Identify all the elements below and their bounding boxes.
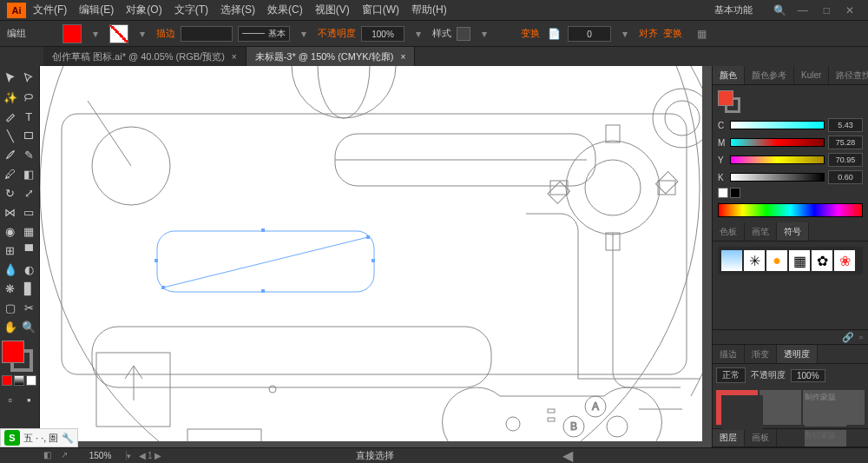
status-icon[interactable]: ◧ (43, 450, 57, 462)
menu-effect[interactable]: 效果(C) (262, 1, 308, 19)
artboard-tool[interactable]: ▢ (2, 299, 19, 316)
rotate-tool[interactable]: ↻ (2, 184, 19, 202)
cyan-value[interactable]: 5.43 (828, 118, 863, 132)
tab-artboards[interactable]: 画板 (745, 429, 777, 446)
menu-window[interactable]: 窗口(W) (357, 1, 404, 19)
magenta-value[interactable]: 75.28 (828, 136, 863, 149)
direct-selection-tool[interactable] (21, 69, 38, 87)
tab-swatches[interactable]: 色板 (713, 222, 745, 241)
opacity-label[interactable]: 不透明度 (318, 27, 356, 40)
menu-select[interactable]: 选择(S) (215, 1, 260, 19)
tab-symbols[interactable]: 符号 (777, 222, 809, 241)
width-tool[interactable]: ⋈ (2, 203, 19, 221)
cyan-slider[interactable] (730, 121, 825, 129)
symbol-item[interactable]: ● (766, 250, 787, 271)
blob-brush-tool[interactable]: 🖊 (2, 165, 19, 182)
panel-collapse-icon[interactable]: ▦ (693, 25, 710, 43)
blend-tool[interactable]: ◐ (21, 261, 38, 278)
panel-fill-swatch[interactable] (718, 90, 733, 106)
eyedropper-tool[interactable]: 💧 (2, 261, 19, 278)
type-tool[interactable]: T (21, 108, 38, 125)
ime-toolbar[interactable]: S 五 · ·, 圄 🔧 (0, 428, 78, 447)
tab-stroke[interactable]: 描边 (713, 345, 745, 363)
fill-swatch[interactable] (62, 24, 82, 43)
next-artboard-icon[interactable]: ▶ (155, 451, 161, 460)
transform-label[interactable]: 变换 (521, 27, 540, 40)
black-swatch-icon[interactable] (730, 188, 740, 198)
symbol-item[interactable]: ✳ (744, 250, 765, 271)
pen-tool[interactable] (2, 108, 19, 125)
symbol-item[interactable]: ❀ (834, 250, 855, 271)
stroke-swatch[interactable] (109, 24, 128, 43)
hand-tool[interactable]: ✋ (2, 318, 19, 335)
free-transform-tool[interactable]: ▭ (21, 203, 38, 221)
scale-tool[interactable]: ⤢ (21, 184, 38, 202)
lasso-tool[interactable] (21, 89, 38, 106)
black-value[interactable]: 0.60 (828, 170, 863, 184)
mesh-tool[interactable]: ⊞ (2, 241, 19, 259)
magenta-slider[interactable] (730, 138, 825, 147)
black-slider[interactable] (730, 173, 825, 182)
yellow-value[interactable]: 70.95 (828, 153, 863, 167)
eraser-tool[interactable]: ◧ (21, 165, 38, 182)
artboard[interactable]: A B (40, 66, 702, 441)
yellow-slider[interactable] (730, 155, 825, 164)
graph-tool[interactable]: ▊ (21, 280, 38, 297)
tab-layers[interactable]: 图层 (713, 429, 745, 446)
selection-tool[interactable] (2, 69, 19, 87)
close-tab-icon[interactable]: × (400, 52, 405, 62)
symbol-item[interactable]: ▦ (789, 250, 810, 271)
none-mode-icon[interactable] (26, 375, 36, 386)
panel-opacity-input[interactable]: 100% (791, 369, 825, 382)
shape-builder-tool[interactable]: ◉ (2, 222, 19, 240)
tab-pathfinder[interactable]: 路径查找器 (829, 66, 868, 84)
tab-kuler[interactable]: Kuler (794, 66, 829, 84)
canvas-area[interactable]: A B (40, 66, 712, 447)
fill-dropdown-icon[interactable]: ▾ (87, 25, 104, 43)
doc-tab-1[interactable]: 创作草稿 图标.ai* @ 40.05% (RGB/预览)× (43, 47, 247, 66)
menu-help[interactable]: 帮助(H) (406, 1, 452, 19)
tab-color-guide[interactable]: 颜色参考 (745, 66, 794, 84)
zoom-level[interactable]: 150% (75, 451, 127, 460)
line-tool[interactable]: ╲ (2, 127, 19, 144)
magic-wand-tool[interactable]: ✨ (2, 89, 19, 106)
workspace-switcher[interactable]: 基本功能 (697, 3, 770, 17)
mask-thumbnail[interactable] (760, 390, 801, 425)
symbol-item[interactable] (721, 250, 742, 271)
rectangle-tool[interactable] (21, 127, 38, 144)
minimize-icon[interactable]: — (791, 4, 815, 17)
color-mode-icon[interactable] (2, 375, 12, 386)
menu-view[interactable]: 视图(V) (310, 1, 355, 19)
screen-mode-full-icon[interactable]: ▪ (21, 391, 38, 408)
white-swatch-icon[interactable] (718, 188, 728, 198)
spectrum-picker[interactable] (718, 203, 863, 217)
link-icon[interactable]: 🔗 (842, 332, 854, 343)
stroke-label[interactable]: 描边 (156, 27, 175, 40)
new-icon[interactable]: ▫ (859, 332, 863, 342)
blend-mode-select[interactable]: 正常 (716, 367, 746, 383)
prev-artboard-icon[interactable]: ◀ (139, 451, 146, 460)
slice-tool[interactable]: ✂ (21, 299, 38, 316)
symbol-item[interactable]: ✿ (812, 250, 832, 271)
search-icon[interactable]: 🔍 (772, 2, 789, 19)
align-label-2[interactable]: 变换 (663, 27, 682, 40)
status-icon[interactable]: ↗ (61, 450, 75, 462)
tab-brushes[interactable]: 画笔 (745, 222, 777, 241)
fill-stroke-indicator[interactable] (2, 341, 33, 372)
gradient-tool[interactable]: ▀ (21, 241, 38, 259)
close-icon[interactable]: ✕ (838, 4, 861, 17)
align-label[interactable]: 对齐 (639, 27, 658, 40)
paintbrush-tool[interactable] (2, 146, 19, 163)
gradient-mode-icon[interactable] (14, 375, 24, 386)
zoom-tool[interactable]: 🔍 (21, 318, 38, 335)
doc-setup-icon[interactable]: 📄 (545, 25, 562, 43)
tab-gradient[interactable]: 渐变 (745, 345, 777, 363)
stroke-width-input[interactable] (181, 26, 233, 42)
symbol-sprayer-tool[interactable]: ❋ (2, 280, 19, 297)
make-mask-button[interactable]: 制作蒙版 (805, 392, 846, 427)
close-tab-icon[interactable]: × (232, 52, 237, 62)
scroll-left-icon[interactable]: ◀ (562, 447, 573, 463)
menu-type[interactable]: 文字(T) (169, 1, 214, 19)
menu-edit[interactable]: 编辑(E) (74, 1, 119, 19)
stroke-dropdown-icon[interactable]: ▾ (134, 25, 151, 43)
